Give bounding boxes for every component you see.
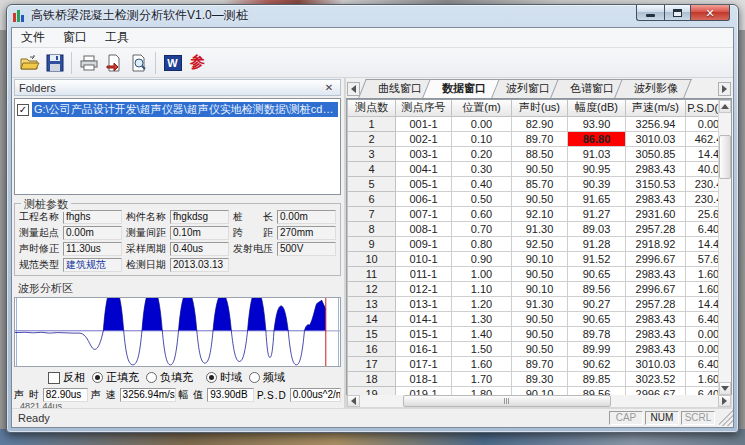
table-row[interactable]: 16016-11.5090.5089.992983.430.00 [348,341,719,356]
row-number-cell[interactable]: 6 [348,191,396,206]
data-cell[interactable]: 0.00 [686,326,719,341]
data-cell[interactable]: 57.6 [686,251,719,266]
data-cell[interactable]: 2931.60 [626,206,686,221]
domain-radio-0[interactable]: 时域 [206,370,242,385]
param-value-4[interactable]: 0.10m [170,226,229,240]
data-cell[interactable]: 1.00 [452,266,512,281]
table-row[interactable]: 4004-10.3090.5090.952983.4340.0 [348,161,719,176]
data-cell[interactable]: 90.50 [512,266,568,281]
close-button[interactable]: ✕ [690,5,730,21]
data-cell[interactable]: 2983.43 [626,326,686,341]
minimize-button[interactable] [636,5,664,21]
data-cell[interactable]: 90.50 [512,311,568,326]
data-cell[interactable]: 0.00 [686,116,719,131]
folders-close-icon[interactable]: ✕ [322,81,336,94]
checkbox-checked-icon[interactable]: ✓ [17,104,29,116]
domain-radio-1[interactable]: 频域 [249,370,285,385]
data-cell[interactable]: 2996.67 [626,251,686,266]
data-cell[interactable]: 86.80 [568,131,626,146]
data-cell[interactable]: 1.20 [452,296,512,311]
data-cell[interactable]: 91.28 [568,236,626,251]
data-cell[interactable]: 001-1 [396,116,452,131]
data-cell[interactable]: 3010.03 [626,131,686,146]
param-value-8[interactable]: 500V [277,242,336,256]
tab-3[interactable]: 色谱窗口 [554,79,624,98]
data-cell[interactable]: 89.85 [568,371,626,386]
vertical-scrollbar[interactable] [718,100,731,395]
data-cell[interactable]: 0.80 [452,236,512,251]
data-cell[interactable]: 3023.52 [626,371,686,386]
scroll-down-button[interactable] [719,382,731,395]
menu-item-0[interactable]: 文件 [12,27,54,48]
row-number-cell[interactable]: 19 [348,386,396,395]
column-header-6[interactable]: P.S.D(us [686,100,719,116]
table-row[interactable]: 10010-10.9090.1091.522996.6757.6 [348,251,719,266]
data-cell[interactable]: 2983.43 [626,191,686,206]
row-number-cell[interactable]: 15 [348,326,396,341]
data-cell[interactable]: 91.65 [568,191,626,206]
data-cell[interactable]: 89.99 [568,341,626,356]
data-cell[interactable]: 0.30 [452,161,512,176]
data-cell[interactable]: 3050.85 [626,146,686,161]
data-cell[interactable]: 2983.43 [626,311,686,326]
data-cell[interactable]: 230.4 [686,176,719,191]
data-cell[interactable]: 14.4 [686,236,719,251]
table-row[interactable]: 3003-10.2088.5091.033050.8514.4 [348,146,719,161]
data-cell[interactable]: 91.30 [512,221,568,236]
data-cell[interactable]: 0.40 [452,176,512,191]
data-grid[interactable]: 测点数测点序号位置(m)声时(us)幅度(dB)声速(m/s)P.S.D(us … [347,100,718,395]
row-number-cell[interactable]: 13 [348,296,396,311]
data-cell[interactable]: 2996.67 [626,386,686,395]
waveform-plot[interactable] [14,297,341,367]
data-cell[interactable]: 90.50 [512,161,568,176]
column-header-3[interactable]: 声时(us) [512,100,568,116]
data-cell[interactable]: 90.10 [512,281,568,296]
tab-0[interactable]: 曲线窗口 [362,79,432,98]
data-cell[interactable]: 14.4 [686,146,719,161]
data-cell[interactable]: 89.78 [568,326,626,341]
table-row[interactable]: 5005-10.4085.7090.393150.53230.4 [348,176,719,191]
print-preview-button[interactable] [126,50,151,75]
data-cell[interactable]: 85.70 [512,176,568,191]
param-value-9[interactable]: 建筑规范 [63,258,122,272]
horizontal-scrollbar[interactable] [346,395,732,408]
readout-value-0[interactable]: 82.90us [43,388,88,402]
data-cell[interactable]: 2996.67 [626,281,686,296]
scroll-right-button[interactable] [718,395,731,407]
tab-scroll-left-button[interactable] [347,82,360,96]
param-value-6[interactable]: 11.30us [63,242,122,256]
table-row[interactable]: 7007-10.6092.1091.272931.6025.6 [348,206,719,221]
data-cell[interactable]: 92.10 [512,206,568,221]
data-cell[interactable]: 008-1 [396,221,452,236]
scroll-left-button[interactable] [347,395,360,407]
open-button[interactable] [17,50,42,75]
resize-grip[interactable] [719,410,733,426]
data-cell[interactable]: 1.10 [452,281,512,296]
data-cell[interactable]: 0.90 [452,251,512,266]
row-number-cell[interactable]: 2 [348,131,396,146]
data-cell[interactable]: 3150.53 [626,176,686,191]
fill-radio-1[interactable]: 负填充 [146,370,193,385]
data-cell[interactable]: 90.65 [568,311,626,326]
data-cell[interactable]: 91.27 [568,206,626,221]
data-cell[interactable]: 91.52 [568,251,626,266]
data-cell[interactable]: 88.50 [512,146,568,161]
table-row[interactable]: 11011-11.0090.5090.652983.431.60 [348,266,719,281]
row-number-cell[interactable]: 17 [348,356,396,371]
readout-value-1[interactable]: 3256.94m/s [120,388,176,402]
data-cell[interactable]: 2983.43 [626,161,686,176]
data-cell[interactable]: 90.10 [512,251,568,266]
data-cell[interactable]: 89.70 [512,356,568,371]
data-cell[interactable]: 92.50 [512,236,568,251]
data-cell[interactable]: 90.50 [512,341,568,356]
data-cell[interactable]: 0.10 [452,131,512,146]
row-number-cell[interactable]: 1 [348,116,396,131]
data-cell[interactable]: 90.39 [568,176,626,191]
data-cell[interactable]: 014-1 [396,311,452,326]
data-cell[interactable]: 1.60 [686,266,719,281]
row-number-cell[interactable]: 18 [348,371,396,386]
table-row[interactable]: 12012-11.1090.1089.562996.671.60 [348,281,719,296]
data-cell[interactable]: 1.50 [452,341,512,356]
data-cell[interactable]: 93.90 [568,116,626,131]
row-number-cell[interactable]: 5 [348,176,396,191]
